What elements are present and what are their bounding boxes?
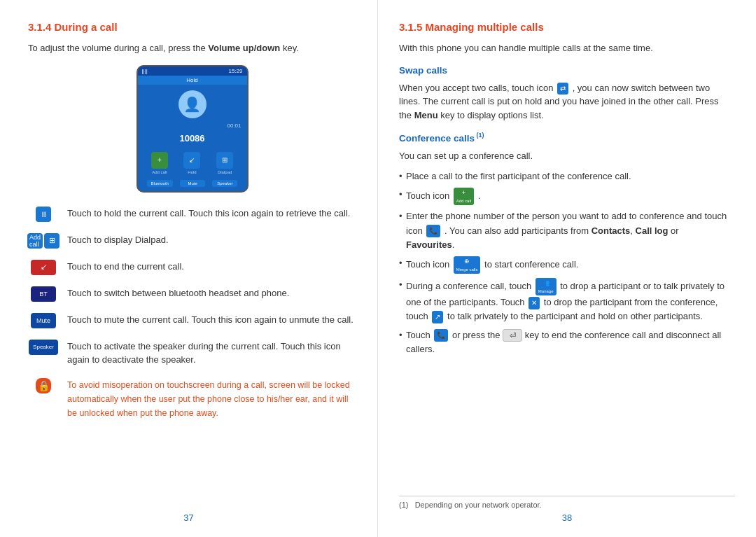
left-page-number: 37 — [183, 512, 193, 523]
bullet-6: Touch 📞 or press the ⏎ key to end the co… — [399, 328, 728, 356]
bluetooth-button: Bluetooth — [147, 180, 173, 187]
bullet-1: Place a call to the first participant of… — [399, 169, 728, 183]
left-intro: To adjust the volume during a call, pres… — [28, 41, 356, 55]
conference-calls-title: Conference calls (1) — [399, 132, 728, 144]
left-page: 3.1.4 During a call To adjust the volume… — [0, 0, 378, 537]
warning-row: 🔒 To avoid misoperation on touchscreen d… — [28, 378, 356, 420]
speaker-icon: Speaker — [28, 340, 59, 355]
call-icon: 📞 — [426, 225, 440, 237]
phone-hold-label: Hold — [138, 76, 247, 85]
bluetooth-description: Touch to switch between bluetooth headse… — [67, 286, 356, 300]
mute-description: Touch to mute the current call. Touch th… — [67, 313, 356, 327]
hold-description: Touch to hold the current call. Touch th… — [67, 207, 356, 221]
bullet-4: Touch icon ⊕ Merge calls to start confer… — [399, 256, 728, 274]
dialpad-icon-pair: Addcall ⊞ — [28, 233, 59, 249]
dialpad-button: ⊞ Dialpad — [216, 152, 233, 174]
merge-icon: ⊕ Merge calls — [454, 256, 481, 274]
conference-bullets: Place a call to the first participant of… — [399, 169, 728, 356]
avatar: 👤 — [178, 90, 206, 118]
bullet-3: Enter the phone number of the person you… — [399, 209, 728, 251]
right-page: 3.1.5 Managing multiple calls With this … — [378, 0, 756, 537]
private-icon: ↗ — [432, 311, 443, 323]
feature-mute: Mute Touch to mute the current call. Tou… — [28, 313, 356, 328]
swap-calls-text: When you accept two calls, touch icon ⇄ … — [399, 81, 728, 123]
phone-number: 10086 — [138, 130, 247, 149]
mute-icon: Mute — [28, 313, 59, 328]
warning-text: To avoid misoperation on touchscreen dur… — [67, 378, 356, 420]
hold-icon: ⏸ — [28, 207, 59, 222]
phone-avatar-area: 👤 — [138, 85, 247, 121]
end-conference-icon: 📞 — [434, 329, 448, 342]
mute-button: Mute — [180, 180, 205, 187]
warning-icon: 🔒 — [28, 378, 59, 393]
phone-bottom-buttons: Bluetooth Mute Speaker — [138, 177, 247, 191]
right-section-title: 3.1.5 Managing multiple calls — [399, 21, 728, 33]
feature-end-call: ↙ Touch to end the current call. — [28, 260, 356, 275]
phone-action-buttons: + Add call ↙ Hold ⊞ Dialpad — [138, 149, 247, 177]
feature-hold: ⏸ Touch to hold the current call. Touch … — [28, 207, 356, 222]
add-call-icon: + Add call — [454, 188, 474, 205]
dialpad-description: Touch to display Dialpad. — [67, 233, 356, 247]
end-call-icon: ↙ — [28, 260, 59, 275]
speaker-description: Touch to activate the speaker during the… — [67, 340, 356, 367]
bluetooth-icon: BT — [28, 286, 59, 302]
hold-button: ↙ Hold — [183, 152, 200, 174]
add-call-button: + Add call — [151, 152, 168, 174]
phone-mockup: |||| 15:29 Hold 👤 00:01 10086 + Add call… — [136, 65, 248, 193]
drop-icon: ✕ — [528, 297, 540, 309]
feature-dialpad: Addcall ⊞ Touch to display Dialpad. — [28, 233, 356, 249]
manage-icon: 👥 Manage — [536, 278, 556, 295]
swap-icon: ⇄ — [557, 83, 568, 95]
right-intro: With this phone you can handle multiple … — [399, 41, 728, 55]
bullet-2: Touch icon + Add call . — [399, 188, 728, 205]
end-key-icon: ⏎ — [503, 329, 522, 342]
end-call-description: Touch to end the current call. — [67, 260, 356, 274]
left-section-title: 3.1.4 During a call — [28, 21, 356, 33]
swap-calls-title: Swap calls — [399, 65, 728, 76]
feature-bluetooth: BT Touch to switch between bluetooth hea… — [28, 286, 356, 302]
bullet-5: During a conference call, touch 👥 Manage… — [399, 278, 728, 324]
feature-speaker: Speaker Touch to activate the speaker du… — [28, 340, 356, 367]
conference-intro: You can set up a conference call. — [399, 149, 728, 163]
phone-timer: 00:01 — [138, 121, 247, 130]
footnote-area: (1) Depending on your network operator. — [399, 496, 735, 509]
speaker-button: Speaker — [212, 180, 237, 187]
right-page-number: 38 — [562, 512, 572, 523]
phone-status-bar: |||| 15:29 — [138, 67, 247, 76]
footnote-text: (1) Depending on your network operator. — [399, 501, 735, 509]
